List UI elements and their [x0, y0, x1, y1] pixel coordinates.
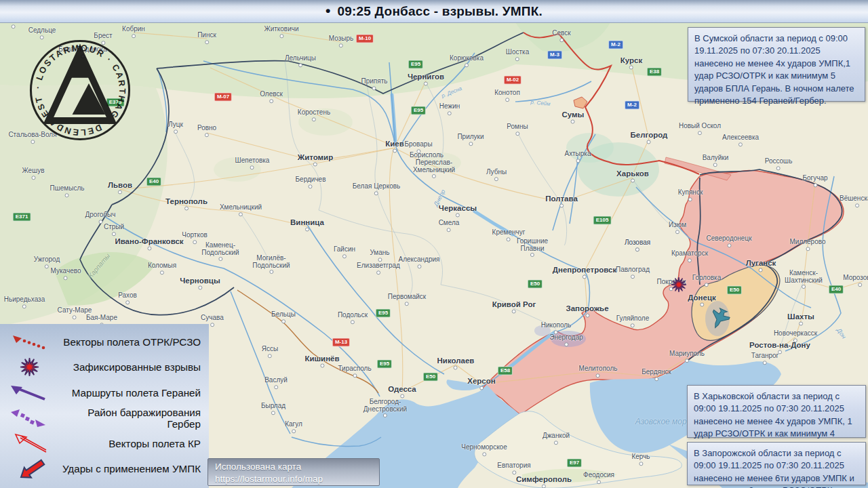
source-label: Использована карта — [215, 461, 372, 473]
page-title: 09:25 Донбасс - взрывы. УМПК. — [338, 4, 542, 19]
title-bar: • 09:25 Донбасс - взрывы. УМПК. — [0, 0, 868, 23]
infobox-zaporizhzhia-region: В Запорожской области за период с 09:00 … — [687, 442, 866, 485]
thick-arrow-icon — [4, 458, 54, 480]
explosion-burst-icon — [4, 357, 54, 378]
legend-item: Векторы полета ОТРК/РСЗО — [4, 329, 203, 354]
legend-item-label: Район барражирования Гербер — [54, 407, 203, 430]
map-legend-panel: Векторы полета ОТРК/РСЗОЗафиксированные … — [0, 324, 209, 488]
legend-item-label: Зафиксированные взрывы — [54, 361, 203, 373]
lostarmour-stamp-logo: · LOSTARMOUR · CARTHAGO DELENDA EST — [12, 22, 148, 161]
thin-arrow-icon — [4, 432, 54, 455]
legend-item: Удары с применением УМПК — [4, 457, 203, 481]
legend-item-label: Векторы полета ОТРК/РСЗО — [54, 336, 203, 348]
title-bullet-icon: • — [326, 3, 331, 18]
infobox-kharkiv-region: В Харьковской области за период с 09:00 … — [687, 385, 866, 438]
legend-items: Векторы полета ОТРК/РСЗОЗафиксированные … — [4, 329, 203, 481]
legend-item-label: Векторы полета КР — [54, 438, 203, 449]
stamp-graphic: · LOSTARMOUR · CARTHAGO DELENDA EST — [31, 41, 129, 139]
legend-item: Зафиксированные взрывы — [4, 355, 203, 380]
legend-item: Маршруты полета Гераней — [4, 380, 203, 405]
legend-item-label: Маршруты полета Гераней — [54, 387, 203, 399]
screenshot-root: МелецСедльцеКобринБрестБяла-ПодляскаПинс… — [0, 0, 868, 488]
dotted-arrow-icon — [4, 333, 54, 350]
legend-item: Район барражирования Гербер — [4, 406, 203, 430]
legend-item: Векторы полета КР — [4, 431, 203, 455]
infobox-sumy-region: В Сумской области за период с 09:00 19.1… — [688, 27, 865, 102]
map-source-attribution: Использована карта https://lostarmour.in… — [208, 458, 380, 486]
legend-item-label: Удары с применением УМПК — [54, 463, 203, 474]
dashed-arrow-icon — [4, 408, 54, 428]
source-url: https://lostarmour.info/map — [215, 473, 372, 485]
solid-arrow-icon — [4, 383, 54, 402]
